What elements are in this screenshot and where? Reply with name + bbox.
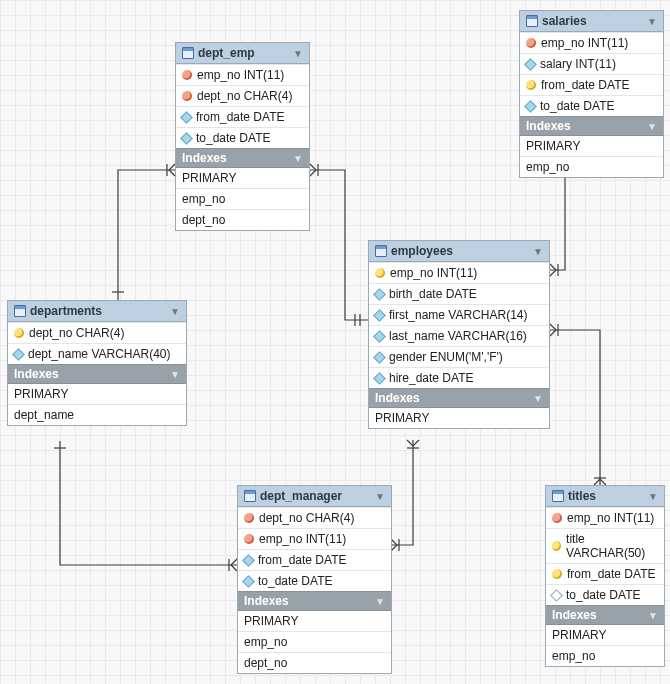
table-icon: [526, 15, 538, 27]
chevron-down-icon: ▼: [648, 610, 658, 621]
column-icon: [373, 330, 386, 343]
table-header[interactable]: salaries ▼: [520, 11, 663, 32]
column-row: first_name VARCHAR(14): [369, 304, 549, 325]
table-header[interactable]: dept_manager ▼: [238, 486, 391, 507]
index-row: PRIMARY: [520, 136, 663, 156]
column-label: to_date DATE: [566, 588, 640, 602]
column-label: hire_date DATE: [389, 371, 474, 385]
column-icon: [242, 575, 255, 588]
pk-key-icon: [552, 541, 561, 551]
column-label: dept_no CHAR(4): [259, 511, 354, 525]
column-label: first_name VARCHAR(14): [389, 308, 527, 322]
column-label: to_date DATE: [258, 574, 332, 588]
indexes-header[interactable]: Indexes▼: [546, 605, 664, 625]
chevron-down-icon: ▼: [375, 491, 385, 502]
chevron-down-icon: ▼: [647, 16, 657, 27]
column-row: from_date DATE: [176, 106, 309, 127]
column-label: emp_no INT(11): [390, 266, 477, 280]
column-icon: [180, 132, 193, 145]
index-row: PRIMARY: [176, 168, 309, 188]
column-row: salary INT(11): [520, 53, 663, 74]
table-header[interactable]: dept_emp ▼: [176, 43, 309, 64]
table-employees[interactable]: employees ▼ emp_no INT(11) birth_date DA…: [368, 240, 550, 429]
column-label: birth_date DATE: [389, 287, 477, 301]
indexes-header[interactable]: Indexes▼: [238, 591, 391, 611]
chevron-down-icon: ▼: [170, 306, 180, 317]
indexes-label: Indexes: [182, 151, 227, 165]
column-label: emp_no INT(11): [259, 532, 346, 546]
index-row: PRIMARY: [238, 611, 391, 631]
column-label: to_date DATE: [540, 99, 614, 113]
column-row: to_date DATE: [176, 127, 309, 148]
table-icon: [14, 305, 26, 317]
indexes-header[interactable]: Indexes▼: [520, 116, 663, 136]
table-departments[interactable]: departments ▼ dept_no CHAR(4) dept_name …: [7, 300, 187, 426]
fk-key-icon: [244, 513, 254, 523]
column-row: emp_no INT(11): [176, 64, 309, 85]
pk-key-icon: [552, 569, 562, 579]
chevron-down-icon: ▼: [375, 596, 385, 607]
pk-key-icon: [14, 328, 24, 338]
indexes-label: Indexes: [375, 391, 420, 405]
table-titles[interactable]: titles ▼ emp_no INT(11) title VARCHAR(50…: [545, 485, 665, 667]
fk-key-icon: [244, 534, 254, 544]
table-dept-emp[interactable]: dept_emp ▼ emp_no INT(11) dept_no CHAR(4…: [175, 42, 310, 231]
table-salaries[interactable]: salaries ▼ emp_no INT(11) salary INT(11)…: [519, 10, 664, 178]
column-row: emp_no INT(11): [546, 507, 664, 528]
indexes-header[interactable]: Indexes▼: [8, 364, 186, 384]
table-dept-manager[interactable]: dept_manager ▼ dept_no CHAR(4) emp_no IN…: [237, 485, 392, 674]
column-label: last_name VARCHAR(16): [389, 329, 527, 343]
column-row: emp_no INT(11): [369, 262, 549, 283]
column-icon: [373, 288, 386, 301]
indexes-header[interactable]: Indexes▼: [369, 388, 549, 408]
indexes-label: Indexes: [14, 367, 59, 381]
chevron-down-icon: ▼: [293, 48, 303, 59]
index-row: dept_no: [238, 652, 391, 673]
column-row: dept_no CHAR(4): [176, 85, 309, 106]
column-label: gender ENUM('M','F'): [389, 350, 503, 364]
table-icon: [375, 245, 387, 257]
table-header[interactable]: employees ▼: [369, 241, 549, 262]
indexes-header[interactable]: Indexes▼: [176, 148, 309, 168]
column-label: from_date DATE: [258, 553, 346, 567]
column-icon: [373, 372, 386, 385]
column-icon: [12, 348, 25, 361]
column-row: dept_name VARCHAR(40): [8, 343, 186, 364]
column-label: emp_no INT(11): [541, 36, 628, 50]
column-label: dept_no CHAR(4): [29, 326, 124, 340]
column-icon: [242, 554, 255, 567]
table-icon: [552, 490, 564, 502]
chevron-down-icon: ▼: [648, 491, 658, 502]
column-row: title VARCHAR(50): [546, 528, 664, 563]
index-row: PRIMARY: [546, 625, 664, 645]
index-row: emp_no: [520, 156, 663, 177]
index-row: dept_name: [8, 404, 186, 425]
table-title: employees: [391, 244, 453, 258]
chevron-down-icon: ▼: [533, 246, 543, 257]
fk-key-icon: [552, 513, 562, 523]
indexes-label: Indexes: [244, 594, 289, 608]
fk-key-icon: [182, 91, 192, 101]
table-icon: [244, 490, 256, 502]
column-label: from_date DATE: [541, 78, 629, 92]
indexes-label: Indexes: [552, 608, 597, 622]
pk-key-icon: [526, 80, 536, 90]
column-label: emp_no INT(11): [567, 511, 654, 525]
column-row: hire_date DATE: [369, 367, 549, 388]
column-label: from_date DATE: [567, 567, 655, 581]
column-icon: [524, 58, 537, 71]
chevron-down-icon: ▼: [293, 153, 303, 164]
column-label: title VARCHAR(50): [566, 532, 658, 560]
index-row: emp_no: [238, 631, 391, 652]
chevron-down-icon: ▼: [170, 369, 180, 380]
column-row: last_name VARCHAR(16): [369, 325, 549, 346]
table-header[interactable]: titles ▼: [546, 486, 664, 507]
column-row: dept_no CHAR(4): [238, 507, 391, 528]
table-header[interactable]: departments ▼: [8, 301, 186, 322]
column-label: dept_name VARCHAR(40): [28, 347, 171, 361]
column-row: to_date DATE: [238, 570, 391, 591]
column-row: dept_no CHAR(4): [8, 322, 186, 343]
column-label: from_date DATE: [196, 110, 284, 124]
table-title: dept_manager: [260, 489, 342, 503]
column-icon: [550, 589, 563, 602]
